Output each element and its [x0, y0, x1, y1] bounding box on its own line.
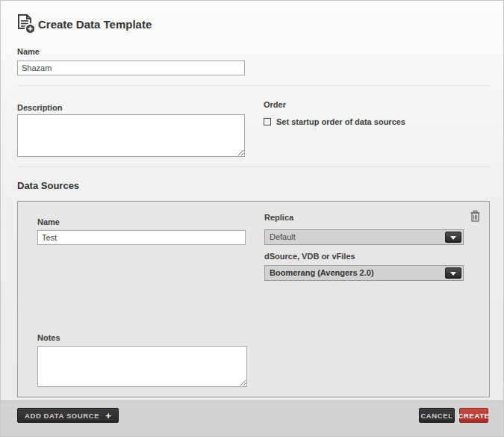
data-source-card: Name Replica Default dSource, VDB or vFi… [17, 201, 490, 397]
create-data-template-dialog: Create Data Template Name Description Or… [0, 0, 504, 437]
document-add-icon [16, 14, 36, 34]
source-name-input[interactable] [37, 230, 246, 245]
dsource-selected-value: Boomerang (Avengers 2.0) [270, 266, 442, 280]
page-title: Create Data Template [38, 18, 152, 31]
startup-order-checkbox[interactable] [264, 118, 271, 125]
description-textarea[interactable] [17, 114, 245, 157]
create-button[interactable]: CREATE [459, 408, 488, 423]
add-data-source-button[interactable]: ADD DATA SOURCE + [17, 408, 119, 423]
name-label: Name [17, 47, 40, 56]
replica-select[interactable]: Default [264, 229, 464, 245]
plus-icon: + [105, 411, 111, 421]
cancel-button[interactable]: CANCEL [419, 408, 455, 423]
replica-label: Replica [264, 213, 293, 222]
notes-label: Notes [37, 333, 60, 342]
name-input[interactable] [17, 61, 245, 75]
order-label: Order [264, 100, 286, 109]
startup-order-checkbox-label[interactable]: Set startup order of data sources [276, 117, 405, 126]
data-sources-heading: Data Sources [17, 180, 79, 191]
dsource-select[interactable]: Boomerang (Avengers 2.0) [264, 265, 464, 281]
section-divider [17, 85, 490, 86]
section-divider [17, 167, 490, 167]
delete-data-source-button[interactable] [470, 210, 482, 223]
source-name-label: Name [37, 217, 60, 226]
description-label: Description [17, 103, 63, 112]
chevron-down-icon[interactable] [445, 267, 461, 279]
chevron-down-icon[interactable] [445, 232, 461, 243]
dialog-footer: ADD DATA SOURCE + CANCEL CREATE [1, 400, 503, 436]
startup-order-row: Set startup order of data sources [264, 117, 405, 126]
notes-textarea[interactable] [37, 346, 247, 387]
trash-icon [470, 210, 482, 223]
dsource-label: dSource, VDB or vFiles [264, 252, 355, 261]
add-data-source-label: ADD DATA SOURCE [25, 412, 99, 420]
replica-selected-value: Default [270, 230, 442, 244]
